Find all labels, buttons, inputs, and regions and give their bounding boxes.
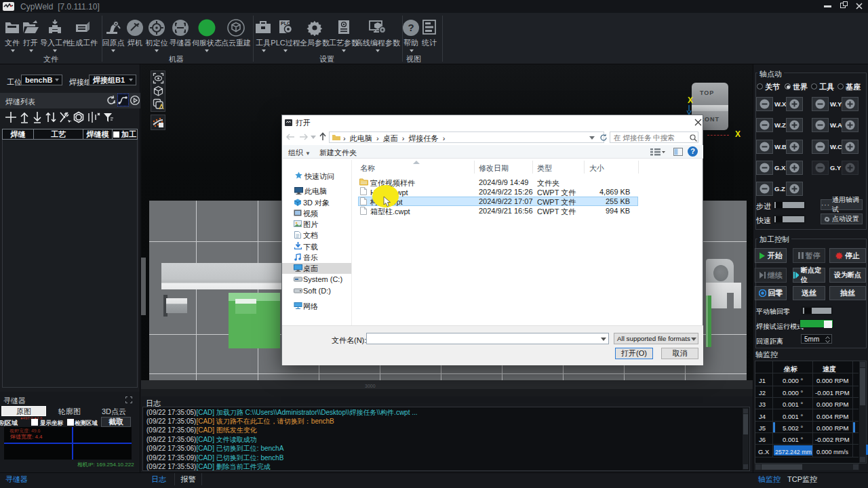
svg-text:?: ? xyxy=(408,22,414,33)
